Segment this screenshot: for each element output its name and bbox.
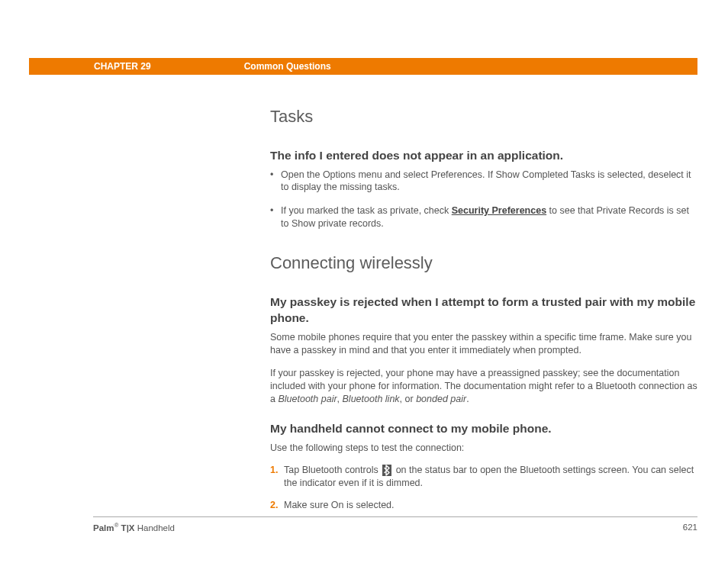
list-item: 1. Tap Bluetooth controls on the status … <box>270 464 697 490</box>
qa-heading: My passkey is rejected when I attempt to… <box>270 294 697 327</box>
product-name: Palm® T|X Handheld <box>93 522 175 534</box>
text-run: , <box>337 394 343 404</box>
italic-term: bonded pair <box>416 394 466 404</box>
step-text: Make sure On is selected. <box>284 499 697 512</box>
list-item: • Open the Options menu and select Prefe… <box>270 169 697 195</box>
bullet-icon: • <box>270 169 281 195</box>
page-footer: Palm® T|X Handheld 621 <box>93 522 697 534</box>
footer-divider <box>93 516 697 517</box>
paragraph: If your passkey is rejected, your phone … <box>270 367 697 406</box>
brand-bold: Palm <box>93 523 114 532</box>
bullet-text: If you marked the task as private, check… <box>281 204 697 230</box>
text-run: If you marked the task as private, check <box>281 205 452 216</box>
text-run: , or <box>400 394 417 404</box>
step-number: 2. <box>270 499 284 512</box>
bluetooth-icon <box>382 465 391 476</box>
section-title-tasks: Tasks <box>270 105 697 128</box>
paragraph: Use the following steps to test the conn… <box>270 442 697 455</box>
paragraph: Some mobile phones require that you ente… <box>270 331 697 357</box>
chapter-header: CHAPTER 29 Common Questions <box>29 58 697 75</box>
qa-block: The info I entered does not appear in an… <box>270 148 697 230</box>
security-preferences-link[interactable]: Security Preferences <box>452 205 546 216</box>
list-item: • If you marked the task as private, che… <box>270 204 697 230</box>
section-title-wireless: Connecting wirelessly <box>270 252 697 275</box>
bullet-icon: • <box>270 204 281 230</box>
step-number: 1. <box>270 464 284 490</box>
italic-term: Bluetooth pair <box>278 394 337 404</box>
qa-block: My handheld cannot connect to my mobile … <box>270 421 697 511</box>
italic-term: Bluetooth link <box>343 394 400 404</box>
qa-heading: The info I entered does not appear in an… <box>270 148 697 164</box>
brand-model: T|X <box>118 523 134 532</box>
text-run: . <box>466 394 469 404</box>
list-item: 2. Make sure On is selected. <box>270 499 697 512</box>
step-text: Tap Bluetooth controls on the status bar… <box>284 464 697 490</box>
chapter-label: CHAPTER 29 <box>94 60 151 72</box>
brand-tail: Handheld <box>135 523 175 532</box>
main-content: Tasks The info I entered does not appear… <box>270 105 697 526</box>
text-run: Tap Bluetooth controls <box>284 465 381 475</box>
bullet-text: Open the Options menu and select Prefere… <box>281 169 697 195</box>
qa-heading: My handheld cannot connect to my mobile … <box>270 421 697 437</box>
page-number: 621 <box>683 522 697 534</box>
section-label: Common Questions <box>244 60 331 72</box>
qa-block: My passkey is rejected when I attempt to… <box>270 294 697 406</box>
